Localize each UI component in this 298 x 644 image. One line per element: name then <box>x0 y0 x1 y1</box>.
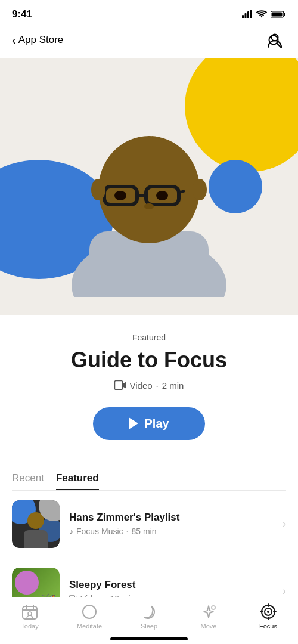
meta-dot: · <box>126 527 129 536</box>
today-icon <box>21 603 38 620</box>
hero-section <box>0 58 298 315</box>
signal-icon <box>242 10 253 18</box>
svg-rect-1 <box>245 13 247 18</box>
hans-body <box>24 530 48 548</box>
tab-recent[interactable]: Recent <box>12 472 44 490</box>
svg-point-21 <box>144 203 154 209</box>
chevron-right-icon: › <box>283 585 286 597</box>
nav-item-meditate[interactable]: Meditate <box>72 603 107 630</box>
back-label: App Store <box>18 34 64 46</box>
search-button[interactable] <box>263 30 286 52</box>
meta-dot: · <box>156 380 159 391</box>
svg-point-23 <box>193 179 207 200</box>
play-button[interactable]: Play <box>93 407 204 440</box>
play-label: Play <box>144 417 169 431</box>
featured-title: Guide to Focus <box>12 348 286 372</box>
tabs-section: Recent Featured <box>0 458 298 491</box>
svg-rect-5 <box>284 13 286 16</box>
status-bar: 9:41 <box>0 0 298 24</box>
back-button[interactable]: ‹ App Store <box>12 33 63 47</box>
meta-type: Focus Music <box>76 527 123 536</box>
featured-meta: Video · 2 min <box>12 380 286 391</box>
svg-line-9 <box>277 44 282 48</box>
meta-duration: 85 min <box>131 527 156 536</box>
today-label: Today <box>21 623 38 630</box>
nav-bar: ‹ App Store <box>0 24 298 58</box>
home-indicator <box>110 637 188 640</box>
sleep-icon <box>141 603 157 620</box>
svg-point-30 <box>28 612 32 615</box>
meditate-label: Meditate <box>77 623 102 630</box>
list-item-meta: ♪ Focus Music · 85 min <box>69 527 277 536</box>
svg-rect-0 <box>242 15 244 18</box>
list-item-title: Hans Zimmer's Playlist <box>69 512 277 524</box>
hero-portrait <box>54 70 244 297</box>
svg-rect-26 <box>23 606 37 619</box>
flower-decoration <box>15 571 39 595</box>
featured-label: Featured <box>12 333 286 342</box>
svg-point-19 <box>114 191 126 200</box>
person-illustration <box>54 70 244 297</box>
list-item-title: Sleepy Forest <box>69 579 277 591</box>
svg-point-31 <box>83 605 96 618</box>
search-icon <box>267 33 283 49</box>
nav-item-today[interactable]: Today <box>12 603 48 630</box>
status-time: 9:41 <box>12 8 32 20</box>
status-icons <box>242 10 286 18</box>
hans-zimmer-info: Hans Zimmer's Playlist ♪ Focus Music · 8… <box>69 512 277 536</box>
sleep-label: Sleep <box>141 623 157 630</box>
move-label: Move <box>201 623 217 630</box>
meta-duration: 2 min <box>162 380 184 391</box>
music-icon: ♪ <box>69 527 73 536</box>
back-arrow-icon: ‹ <box>12 33 16 47</box>
svg-point-22 <box>91 179 105 200</box>
nav-item-move[interactable]: Move <box>191 603 226 630</box>
play-triangle-icon <box>129 417 138 429</box>
list-item[interactable]: Hans Zimmer's Playlist ♪ Focus Music · 8… <box>12 491 286 558</box>
featured-content: Featured Guide to Focus Video · 2 min Pl… <box>0 315 298 458</box>
svg-rect-3 <box>250 10 252 18</box>
svg-rect-24 <box>114 381 122 390</box>
focus-icon <box>260 603 277 620</box>
svg-rect-2 <box>247 11 249 18</box>
meta-type: Video <box>130 380 153 391</box>
tabs-row: Recent Featured <box>12 472 286 490</box>
svg-point-20 <box>156 191 168 200</box>
battery-icon <box>271 10 286 18</box>
svg-point-35 <box>267 611 269 613</box>
focus-label: Focus <box>259 623 277 630</box>
nav-item-focus[interactable]: Focus <box>250 603 286 630</box>
move-icon <box>200 603 217 620</box>
svg-point-32 <box>212 606 215 609</box>
tab-featured[interactable]: Featured <box>56 472 99 490</box>
meditate-icon <box>81 603 98 620</box>
wifi-icon <box>256 10 267 18</box>
chevron-right-icon: › <box>283 518 286 530</box>
hans-zimmer-thumbnail <box>12 500 60 548</box>
video-icon <box>114 380 126 390</box>
nav-item-sleep[interactable]: Sleep <box>131 603 167 630</box>
svg-rect-6 <box>272 13 283 17</box>
